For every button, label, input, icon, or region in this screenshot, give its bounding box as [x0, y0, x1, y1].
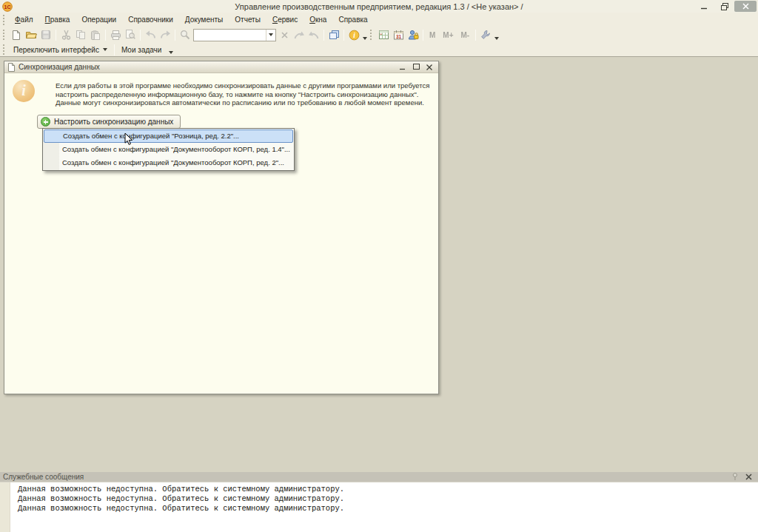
service-messages-title: Служебные сообщения	[3, 472, 84, 482]
switch-interface-button[interactable]: Переключить интерфейс	[9, 44, 112, 55]
my-tasks-dropdown-icon[interactable]	[169, 45, 173, 54]
toolbar-grip[interactable]	[370, 30, 374, 40]
menubar-item-6[interactable]: Сервис	[266, 14, 303, 25]
toolbar-separator	[105, 30, 106, 41]
menubar-item-4[interactable]: Документы	[179, 14, 229, 25]
window-title: Управление производственным предприятием…	[0, 2, 758, 11]
search-dropdown-icon[interactable]	[266, 30, 275, 41]
menubar-item-5[interactable]: Отчеты	[229, 14, 266, 25]
popup-menu-item-2[interactable]: Создать обмен с конфигурацией "Документо…	[44, 156, 293, 169]
copy-icon[interactable]	[73, 28, 88, 41]
memory-add-button[interactable]: M+	[439, 28, 457, 41]
windows-icon[interactable]	[326, 28, 341, 41]
my-tasks-button[interactable]: Мои задачи	[117, 44, 167, 55]
plus-icon	[41, 117, 50, 127]
service-messages-header[interactable]: Служебные сообщения	[0, 472, 758, 482]
interface-toolbar: Переключить интерфейс Мои задачи	[0, 43, 758, 57]
sync-info-text: Если для работы в этой программе необход…	[56, 81, 429, 107]
settings-dropdown-icon[interactable]	[493, 30, 500, 40]
calculator-icon[interactable]	[376, 28, 391, 41]
restore-button[interactable]	[714, 1, 734, 12]
sync-dialog-titlebar[interactable]: Синхронизация данных	[4, 61, 438, 73]
find-icon[interactable]	[178, 28, 192, 41]
open-folder-icon[interactable]	[24, 28, 38, 41]
menubar-item-8[interactable]: Справка	[332, 14, 373, 25]
search-input[interactable]	[194, 30, 266, 41]
svg-text:31: 31	[395, 34, 401, 39]
info-icon: i	[13, 80, 35, 102]
toolbar-separator	[423, 30, 423, 41]
service-messages-body: Данная возможность недоступна. Обратитес…	[0, 482, 758, 532]
toolbar-grip[interactable]	[3, 44, 7, 55]
chevron-down-icon	[103, 48, 107, 51]
toolbar-separator	[175, 30, 175, 41]
close-button[interactable]	[734, 1, 757, 12]
find-previous-icon[interactable]	[292, 28, 306, 41]
service-message: Данная возможность недоступна. Обратитес…	[18, 504, 758, 514]
service-messages-list: Данная возможность недоступна. Обратитес…	[0, 482, 758, 514]
main-toolbar: i31MM+M-	[0, 27, 758, 43]
service-message: Данная возможность недоступна. Обратитес…	[18, 485, 758, 494]
search-combobox[interactable]	[193, 29, 276, 41]
cut-icon[interactable]	[58, 28, 73, 41]
dialog-maximize-button[interactable]	[410, 62, 422, 72]
menubar-item-1[interactable]: Правка	[39, 14, 76, 25]
dialog-minimize-icon	[400, 64, 406, 70]
messages-gutter	[0, 482, 10, 532]
undo-icon[interactable]	[143, 28, 158, 41]
memory-subtract-button[interactable]: M-	[457, 28, 474, 41]
memory-recall-button[interactable]: M	[426, 28, 439, 41]
sync-dialog: Синхронизация данных i Если для работы в…	[4, 61, 439, 394]
mdi-workspace: Синхронизация данных i Если для работы в…	[0, 57, 758, 472]
popup-menu-item-0[interactable]: Создать обмен с конфигурацией "Розница, …	[44, 129, 293, 143]
print-icon[interactable]	[108, 28, 123, 41]
menubar: ФайлПравкаОперацииСправочникиДокументыОт…	[0, 13, 758, 27]
dialog-minimize-button[interactable]	[397, 62, 409, 72]
menubar-item-2[interactable]: Операции	[76, 14, 122, 25]
service-messages-panel: Служебные сообщения Данная возможность н…	[0, 472, 758, 532]
pin-icon[interactable]	[732, 473, 738, 481]
toolbar-grip[interactable]	[3, 15, 7, 25]
clear-search-icon[interactable]	[277, 28, 292, 41]
toolbar-grip[interactable]	[3, 30, 7, 40]
new-document-icon[interactable]	[9, 28, 24, 41]
service-settings-icon[interactable]	[478, 28, 493, 41]
setup-sync-button[interactable]: Настроить синхронизацию данных	[37, 115, 181, 129]
toolbar-separator	[140, 30, 141, 41]
info-dropdown-icon[interactable]	[361, 30, 369, 40]
sync-dialog-title: Синхронизация данных	[19, 63, 100, 71]
my-tasks-label: Мои задачи	[121, 46, 162, 54]
redo-icon[interactable]	[158, 28, 172, 41]
info-line: Данные могут синхронизироваться автомати…	[56, 98, 429, 107]
switch-interface-label: Переключить интерфейс	[13, 46, 99, 54]
info-icon[interactable]: i	[346, 28, 361, 41]
minimize-icon	[701, 3, 708, 10]
popup-menu-item-1[interactable]: Создать обмен с конфигурацией "Документо…	[44, 143, 293, 156]
toolbar-separator	[56, 30, 56, 41]
menubar-item-0[interactable]: Файл	[9, 14, 39, 25]
sync-dialog-body: i Если для работы в этой программе необх…	[4, 73, 438, 394]
dialog-close-button[interactable]	[423, 62, 435, 72]
service-message: Данная возможность недоступна. Обратитес…	[18, 494, 758, 504]
close-icon	[742, 3, 749, 10]
toolbar-separator	[323, 30, 324, 41]
user-permissions-icon[interactable]	[406, 28, 420, 41]
sync-popup-menu: Создать обмен с конфигурацией "Розница, …	[42, 128, 295, 171]
toolbar-separator	[343, 30, 344, 41]
toolbar-separator	[475, 30, 476, 41]
menubar-item-3[interactable]: Справочники	[122, 14, 179, 25]
print-preview-icon[interactable]	[123, 28, 138, 41]
calendar-icon[interactable]: 31	[391, 28, 406, 41]
mouse-cursor-icon	[124, 132, 133, 149]
toolbar-separator	[114, 44, 115, 55]
menubar-item-7[interactable]: Окна	[303, 14, 332, 25]
dialog-document-icon	[7, 63, 16, 72]
info-line: Если для работы в этой программе необход…	[56, 81, 429, 90]
minimize-button[interactable]	[694, 1, 714, 12]
save-icon[interactable]	[38, 28, 53, 41]
info-line: настроить распределенную информационную …	[56, 90, 429, 99]
find-next-icon[interactable]	[306, 28, 321, 41]
panel-close-icon[interactable]	[745, 474, 752, 480]
paste-icon[interactable]	[88, 28, 103, 41]
dialog-close-icon	[426, 64, 432, 70]
